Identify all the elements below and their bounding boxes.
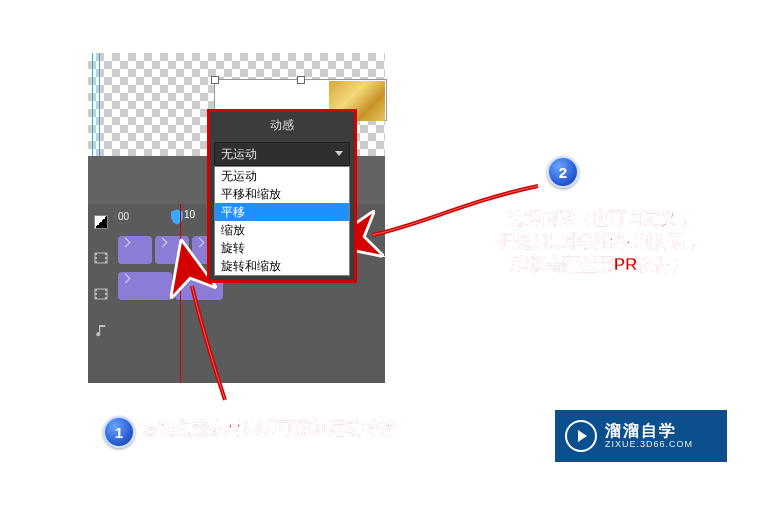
watermark-text: 溜溜自学 ZIXUE.3D66.COM	[605, 422, 693, 449]
watermark: 溜溜自学 ZIXUE.3D66.COM	[555, 410, 727, 462]
clip[interactable]	[118, 272, 172, 300]
dropdown-option[interactable]: 旋转	[215, 239, 349, 257]
svg-rect-6	[105, 261, 107, 263]
annotation-badge-1: 1	[103, 416, 135, 448]
annotation-line: 选择预设（也可自定义，	[507, 209, 694, 228]
annotation-line: 建议去隔壁用PR软件）	[512, 255, 689, 274]
dropdown-option[interactable]: 平移和缩放	[215, 185, 349, 203]
play-icon	[565, 420, 597, 452]
popup-title: 动感	[210, 112, 354, 138]
svg-rect-5	[105, 257, 107, 259]
motion-combo[interactable]: 无运动	[214, 142, 350, 166]
combo-value: 无运动	[221, 147, 257, 161]
music-icon[interactable]	[88, 312, 114, 348]
annotation-badge-2: 2	[547, 156, 579, 188]
chevron-down-icon	[335, 151, 343, 156]
watermark-name: 溜溜自学	[605, 422, 693, 440]
motion-preset-popup: 动感 无运动 无运动 平移和缩放 平移 缩放 旋转 旋转和缩放	[207, 109, 357, 283]
svg-rect-13	[105, 297, 107, 299]
playhead[interactable]	[180, 204, 181, 383]
svg-rect-10	[95, 297, 97, 299]
clip[interactable]	[118, 236, 152, 264]
svg-rect-4	[105, 253, 107, 255]
annotation-text-1: 右键点击素材块即可添加运动特效	[141, 418, 396, 441]
track-icons-column	[88, 204, 116, 383]
guide-line	[99, 53, 100, 156]
svg-rect-2	[95, 257, 97, 259]
guide-line	[92, 53, 93, 156]
film-icon[interactable]	[88, 240, 114, 276]
annotation-text-2: 选择预设（也可自定义， 但是如果非要做视频的话， 建议去隔壁用PR软件）	[473, 208, 727, 277]
dropdown-option[interactable]: 无运动	[215, 167, 349, 185]
badge-number: 2	[559, 164, 567, 181]
dropdown-option-selected[interactable]: 平移	[215, 203, 349, 221]
svg-rect-11	[105, 289, 107, 291]
resize-handle[interactable]	[211, 76, 219, 84]
shield-value: 10	[184, 209, 195, 220]
badge-number: 1	[115, 424, 123, 441]
svg-rect-1	[95, 253, 97, 255]
svg-rect-9	[95, 293, 97, 295]
svg-rect-3	[95, 261, 97, 263]
annotation-line: 但是如果非要做视频的话，	[498, 232, 702, 251]
dropdown-option[interactable]: 缩放	[215, 221, 349, 239]
svg-rect-12	[105, 293, 107, 295]
dropdown-option[interactable]: 旋转和缩放	[215, 257, 349, 275]
time-label: 00	[118, 211, 129, 222]
svg-rect-8	[95, 289, 97, 291]
clip[interactable]	[155, 236, 189, 264]
motion-dropdown-list[interactable]: 无运动 平移和缩放 平移 缩放 旋转 旋转和缩放	[214, 166, 350, 276]
watermark-url: ZIXUE.3D66.COM	[605, 440, 693, 450]
contrast-icon[interactable]	[88, 204, 114, 240]
resize-handle[interactable]	[297, 76, 305, 84]
film-icon[interactable]	[88, 276, 114, 312]
